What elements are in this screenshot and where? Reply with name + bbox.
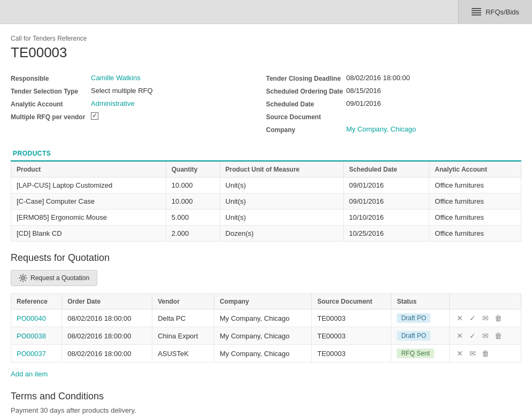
tender-selection-row: Tender Selection Type Select multiple RF… (11, 87, 266, 95)
product-name: [LAP-CUS] Laptop Customized (11, 177, 166, 194)
top-bar: RFQs/Bids (0, 0, 532, 24)
products-table: Product Quantity Product Unit of Measure… (11, 161, 521, 242)
request-quotation-label: Request a Quotation (30, 274, 89, 282)
email-icon[interactable]: ✉ (468, 349, 477, 358)
rfq-actions: ✕ ✓ ✉ 🗑 (450, 327, 521, 345)
analytic-account-value[interactable]: Administrative (91, 99, 135, 107)
add-item-link[interactable]: Add an item (11, 370, 48, 378)
product-uom: Unit(s) (220, 210, 343, 226)
request-quotation-button[interactable]: Request a Quotation (11, 270, 97, 286)
product-date: 10/25/2016 (343, 226, 429, 242)
products-tab[interactable]: PRODUCTS (11, 146, 521, 161)
product-date: 09/01/2016 (343, 177, 429, 194)
product-uom: Unit(s) (220, 177, 343, 194)
responsible-value[interactable]: Camille Watkins (91, 74, 141, 82)
terms-text: Payment 30 days after products delivery. (11, 406, 521, 414)
rfq-company: My Company, Chicago (214, 327, 312, 345)
confirm-icon[interactable]: ✓ (468, 331, 477, 341)
trash-icon[interactable]: 🗑 (494, 331, 503, 341)
product-analytic: Office furnitures (429, 177, 521, 194)
col-company: Company (214, 294, 312, 310)
form-section: Responsible Camille Watkins Tender Selec… (11, 74, 521, 134)
col-source-doc: Source Document (312, 294, 391, 310)
email-icon[interactable]: ✉ (481, 331, 490, 341)
tender-selection-value: Select multiple RFQ (91, 87, 153, 95)
multiple-rfq-checkbox[interactable] (91, 112, 98, 120)
table-row[interactable]: [ERMO85] Ergonomic Mouse 5.000 Unit(s) 1… (11, 210, 521, 226)
col-vendor: Vendor (152, 294, 214, 310)
scheduled-ordering-label: Scheduled Ordering Date (266, 87, 346, 95)
product-qty: 5.000 (166, 210, 220, 226)
multiple-rfq-row: Multiple RFQ per vendor (11, 112, 266, 121)
rfq-status: Draft PO (391, 327, 450, 345)
page-label: Call for Tenders Reference (11, 35, 521, 42)
trash-icon[interactable]: 🗑 (481, 349, 490, 358)
rfq-bids-label: RFQs/Bids (485, 8, 519, 16)
rfq-order-date: 08/02/2016 18:00:00 (62, 345, 152, 362)
col-quantity: Quantity (166, 162, 220, 177)
email-icon[interactable]: ✉ (481, 313, 490, 323)
product-analytic: Office furnitures (429, 194, 521, 210)
svg-rect-1 (472, 10, 481, 11)
col-product: Product (11, 162, 166, 177)
rfq-reference: PO00037 (11, 345, 62, 362)
analytic-account-row: Analytic Account Administrative (11, 99, 266, 108)
rfq-order-date: 08/02/2016 18:00:00 (62, 310, 152, 327)
col-scheduled-date: Scheduled Date (343, 162, 429, 177)
rfq-vendor: ASUSTeK (152, 345, 214, 362)
col-order-date: Order Date (62, 294, 152, 310)
trash-icon[interactable]: 🗑 (494, 313, 503, 323)
col-status: Status (391, 294, 450, 310)
company-value[interactable]: My Company, Chicago (346, 125, 417, 133)
rfq-heading: Requests for Quotation (11, 252, 521, 264)
form-right: Tender Closing Deadline 08/02/2016 18:00… (266, 74, 522, 134)
form-left: Responsible Camille Watkins Tender Selec… (11, 74, 266, 134)
col-actions (450, 294, 521, 310)
table-row[interactable]: [CD] Blank CD 2.000 Dozen(s) 10/25/2016 … (11, 226, 521, 242)
multiple-rfq-label: Multiple RFQ per vendor (11, 112, 91, 121)
product-analytic: Office furnitures (429, 226, 521, 242)
scheduled-ordering-row: Scheduled Ordering Date 08/15/2016 (266, 87, 522, 95)
rfq-bids-button[interactable]: RFQs/Bids (458, 0, 532, 24)
rfq-row[interactable]: PO00038 08/02/2016 18:00:00 China Export… (11, 327, 521, 345)
delete-icon[interactable]: ✕ (455, 313, 465, 323)
product-name: [C-Case] Computer Case (11, 194, 166, 210)
rfq-vendor: Delta PC (152, 310, 214, 327)
responsible-row: Responsible Camille Watkins (11, 74, 266, 82)
closing-deadline-row: Tender Closing Deadline 08/02/2016 18:00… (266, 74, 522, 82)
scheduled-ordering-value: 08/15/2016 (346, 87, 381, 95)
product-date: 09/01/2016 (343, 194, 429, 210)
product-analytic: Office furnitures (429, 210, 521, 226)
svg-rect-3 (472, 14, 481, 16)
tender-selection-label: Tender Selection Type (11, 87, 91, 95)
scheduled-date-label: Scheduled Date (266, 99, 346, 108)
rfq-company: My Company, Chicago (214, 345, 312, 362)
rfq-actions: ✕ ✉ 🗑 (450, 345, 521, 362)
product-qty: 2.000 (166, 226, 220, 242)
table-row[interactable]: [C-Case] Computer Case 10.000 Unit(s) 09… (11, 194, 521, 210)
products-header-row: Product Quantity Product Unit of Measure… (11, 162, 521, 177)
scheduled-date-value: 09/01/2016 (346, 99, 381, 107)
rfq-reference: PO00038 (11, 327, 62, 345)
rfq-source: TE00003 (312, 345, 391, 362)
page-title: TE00003 (11, 44, 521, 61)
product-qty: 10.000 (166, 194, 220, 210)
rfq-reference: PO00040 (11, 310, 62, 327)
rfq-source: TE00003 (312, 310, 391, 327)
responsible-label: Responsible (11, 74, 91, 82)
scheduled-date-row: Scheduled Date 09/01/2016 (266, 99, 522, 108)
rfq-row[interactable]: PO00040 08/02/2016 18:00:00 Delta PC My … (11, 310, 521, 327)
rfq-row[interactable]: PO00037 08/02/2016 18:00:00 ASUSTeK My C… (11, 345, 521, 362)
company-label: Company (266, 125, 346, 134)
rfq-status: RFQ Sent (391, 345, 450, 362)
confirm-icon[interactable]: ✓ (468, 313, 477, 323)
product-name: [CD] Blank CD (11, 226, 166, 242)
table-row[interactable]: [LAP-CUS] Laptop Customized 10.000 Unit(… (11, 177, 521, 194)
delete-icon[interactable]: ✕ (455, 331, 465, 341)
terms-heading: Terms and Conditions (11, 391, 521, 402)
col-uom: Product Unit of Measure (220, 162, 343, 177)
delete-icon[interactable]: ✕ (455, 349, 465, 358)
rfq-table: Reference Order Date Vendor Company Sour… (11, 294, 521, 362)
svg-point-4 (22, 277, 25, 280)
rfq-company: My Company, Chicago (214, 310, 312, 327)
